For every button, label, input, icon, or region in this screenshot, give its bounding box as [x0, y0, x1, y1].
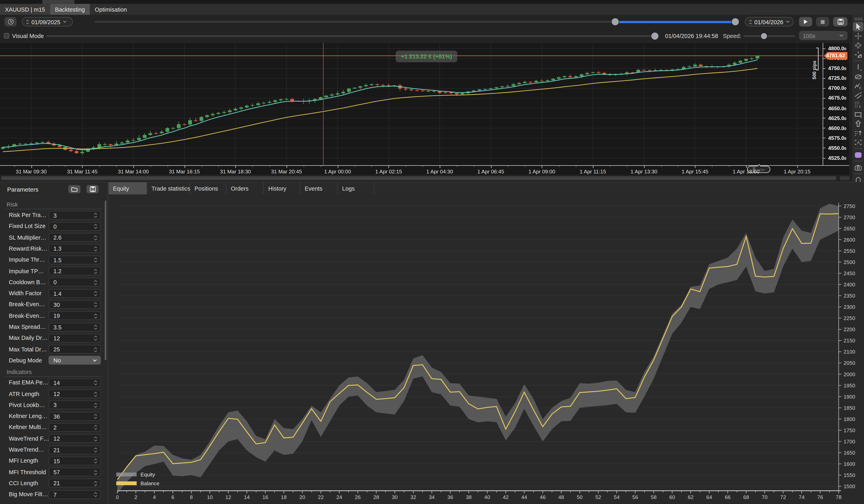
parameters-scrollbar[interactable]	[105, 200, 106, 360]
stepper-icon[interactable]	[94, 458, 97, 464]
stepper-icon[interactable]	[94, 246, 97, 252]
speed-slider-track[interactable]	[743, 35, 795, 37]
param-input[interactable]: 30	[48, 300, 101, 309]
tab-optimisation[interactable]: Optimisation	[90, 4, 132, 15]
param-input[interactable]: 0	[48, 222, 101, 231]
visual-mode-checkbox[interactable]	[4, 33, 9, 39]
equity-chart[interactable]: 0246810121416182022242628303234363840424…	[108, 194, 864, 504]
param-input[interactable]: 12	[48, 434, 101, 443]
speed-value-dropdown[interactable]: 100x	[799, 31, 848, 40]
param-input[interactable]: 21	[48, 479, 101, 488]
range-slider-selected[interactable]	[615, 21, 735, 23]
range-handle-left[interactable]	[612, 18, 619, 25]
stepper-icon[interactable]	[94, 470, 97, 475]
range-handle-right[interactable]	[732, 18, 739, 25]
date-stepper-icon[interactable]	[26, 19, 29, 25]
save-params-button[interactable]	[86, 185, 99, 193]
stepper-icon[interactable]	[94, 391, 97, 397]
param-input[interactable]: 1.4	[48, 289, 101, 298]
results-tab-logs[interactable]: Logs	[338, 182, 374, 195]
color-swatch-tool[interactable]	[853, 150, 863, 160]
stepper-icon[interactable]	[94, 481, 97, 487]
pattern-tool[interactable]: F	[853, 100, 863, 110]
load-params-button[interactable]	[68, 185, 81, 193]
start-date-picker[interactable]: 01/09/2025	[22, 17, 73, 26]
param-input[interactable]: 1.2	[48, 267, 101, 275]
stepper-icon[interactable]	[94, 213, 97, 218]
stop-button[interactable]	[816, 17, 829, 26]
results-tab-history[interactable]: History	[264, 182, 300, 195]
param-input[interactable]: 25	[48, 345, 101, 354]
results-tab-trade-statistics[interactable]: Trade statistics	[147, 182, 190, 195]
screenshot-tool[interactable]	[853, 163, 863, 172]
play-button[interactable]	[799, 17, 812, 26]
stepper-icon[interactable]	[94, 268, 97, 274]
stepper-icon[interactable]	[94, 313, 97, 319]
equity-chart-pane[interactable]: 0246810121416182022242628303234363840424…	[108, 194, 864, 504]
param-input[interactable]: 3.5	[48, 322, 101, 331]
text-label-tool[interactable]: A	[853, 138, 863, 147]
tab-backtesting[interactable]: Backtesting	[50, 4, 90, 15]
param-input[interactable]: 19	[48, 311, 101, 320]
param-input[interactable]: 21	[48, 445, 101, 454]
chart-hscrollbar[interactable]	[0, 175, 864, 182]
forecast-tool[interactable]	[853, 128, 863, 138]
stepper-icon[interactable]	[94, 436, 97, 442]
chevron-down-icon[interactable]	[93, 359, 97, 362]
stepper-icon[interactable]	[94, 335, 97, 341]
stepper-icon[interactable]	[94, 224, 97, 230]
stepper-icon[interactable]	[94, 347, 97, 353]
cursor-tool[interactable]	[853, 22, 863, 32]
param-input[interactable]: 1.3	[48, 244, 101, 253]
param-input[interactable]: 36	[48, 412, 101, 421]
results-tab-equity[interactable]: Equity	[108, 182, 147, 195]
end-date-picker[interactable]: 01/04/2026	[745, 17, 793, 26]
stepper-icon[interactable]	[94, 380, 97, 386]
playback-progress-track[interactable]	[46, 35, 655, 37]
stepper-icon[interactable]	[94, 414, 97, 419]
speed-slider-handle[interactable]	[761, 33, 767, 39]
arrow-marker-tool[interactable]	[853, 119, 863, 128]
stepper-icon[interactable]	[94, 447, 97, 453]
double-crosshair-tool[interactable]	[853, 41, 863, 50]
price-chart[interactable]: +1 213.22 € (+81%) 500 pips	[0, 43, 823, 165]
price-axis[interactable]: 4800.004775.004750.004725.004700.004675.…	[823, 43, 849, 165]
param-input[interactable]: 2	[48, 423, 101, 432]
param-select[interactable]: No	[48, 356, 101, 365]
range-slider-track[interactable]	[95, 21, 615, 23]
param-input[interactable]: 12	[48, 334, 101, 342]
trend-line-tool[interactable]	[853, 63, 863, 72]
stepper-icon[interactable]	[94, 291, 97, 296]
hscrollbar-corner[interactable]	[840, 176, 850, 180]
results-tab-events[interactable]: Events	[300, 182, 338, 195]
anchored-crosshair-tool[interactable]	[853, 50, 863, 60]
stepper-icon[interactable]	[94, 235, 97, 241]
hscrollbar-thumb[interactable]	[1, 176, 837, 180]
param-input[interactable]: 3	[48, 211, 101, 219]
param-input[interactable]: 14	[48, 378, 101, 387]
stepper-icon[interactable]	[94, 492, 97, 497]
date-stepper-icon[interactable]	[749, 19, 752, 25]
param-input[interactable]: 2.6	[48, 233, 101, 242]
elliott-wave-tool[interactable]: E	[853, 82, 863, 91]
results-tab-positions[interactable]: Positions	[190, 182, 227, 195]
time-axis[interactable]: --:-- 31 Mar 09:3031 Mar 11:4531 Mar 14:…	[0, 165, 849, 175]
param-input[interactable]: 3	[48, 401, 101, 409]
param-input[interactable]: 15	[48, 456, 101, 465]
stepper-icon[interactable]	[94, 257, 97, 263]
param-input[interactable]: 1.5	[48, 255, 101, 264]
param-input[interactable]: 57	[48, 468, 101, 476]
stepper-icon[interactable]	[94, 324, 97, 330]
timer-button[interactable]	[4, 17, 16, 26]
save-results-button[interactable]	[833, 17, 848, 26]
playback-progress-handle[interactable]	[651, 33, 659, 40]
stepper-icon[interactable]	[94, 425, 97, 430]
param-input[interactable]: 0	[48, 278, 101, 286]
results-tab-orders[interactable]: Orders	[227, 182, 264, 195]
crosshair-tool[interactable]	[853, 32, 863, 41]
param-input[interactable]: 7	[48, 490, 101, 499]
stepper-icon[interactable]	[94, 302, 97, 308]
tab-symbol[interactable]: XAUUSD | m15	[0, 4, 50, 15]
channel-tool[interactable]	[853, 91, 863, 100]
ellipse-tool[interactable]	[853, 72, 863, 82]
